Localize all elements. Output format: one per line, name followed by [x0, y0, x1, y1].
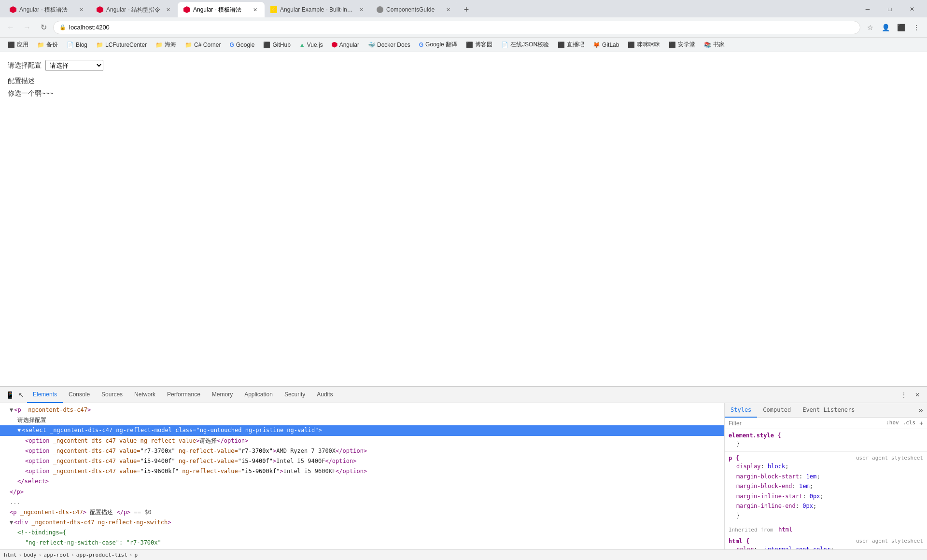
bookmark-anxuetang[interactable]: ⬛ 安学堂: [665, 39, 699, 50]
new-tab-button[interactable]: +: [460, 3, 473, 16]
gitlab-icon: 🦊: [593, 42, 600, 48]
bookmark-github[interactable]: ⬛ GitHub: [259, 40, 294, 50]
tab-5-close[interactable]: ✕: [444, 6, 452, 14]
devtools-cursor-icon[interactable]: ↖: [15, 389, 27, 401]
tab-2-close[interactable]: ✕: [164, 6, 172, 14]
elem-comment-binding-r7[interactable]: "ng-reflect-ng-switch-case": "r7-3700x": [0, 538, 724, 548]
config-select[interactable]: 请选择 AMD Ryzen 7 3700X Intel i5 9400F Int…: [45, 60, 103, 71]
p-style-section: p { user agent stylesheet display: block…: [725, 452, 927, 524]
tab-3[interactable]: Angular - 模板语法 ✕: [178, 2, 265, 17]
bookmark-vuejs[interactable]: ▲ Vue.js: [295, 40, 327, 50]
bookmark-backup[interactable]: 📁 备份: [33, 39, 62, 50]
devtools-more-icon[interactable]: ⋮: [898, 389, 910, 401]
styles-more-icon[interactable]: »: [914, 406, 927, 415]
forward-button[interactable]: →: [20, 21, 34, 34]
breadcrumb-sep-4: ›: [129, 552, 133, 558]
bookmark-lc[interactable]: 📁 LCFutureCenter: [92, 40, 151, 50]
breadcrumb-html[interactable]: html: [4, 552, 17, 558]
bookmark-csharp[interactable]: 📁 C# Corner: [181, 40, 225, 50]
devtools-tab-console[interactable]: Console: [63, 387, 96, 403]
breadcrumb-app-product-list[interactable]: app-product-list: [76, 552, 127, 558]
bookmark-haihai[interactable]: 📁 海海: [152, 39, 180, 50]
bookmark-json[interactable]: 📄 在线JSON校验: [497, 39, 553, 50]
elem-option-i5-9400f[interactable]: <option _ngcontent-dts-c47 value="i5-940…: [0, 456, 724, 466]
collapse-div-triangle[interactable]: ▼: [10, 519, 13, 526]
collapse-triangle[interactable]: ▼: [10, 406, 13, 413]
bookmark-ppwwww[interactable]: ⬛ 咪咪咪咪: [624, 39, 664, 50]
bookmark-google-label: Google: [236, 42, 255, 48]
styles-add-button[interactable]: +: [919, 420, 923, 427]
breadcrumb-body[interactable]: body: [24, 552, 37, 558]
devtools-tab-memory[interactable]: Memory: [206, 387, 239, 403]
elem-option-i5-9600kf[interactable]: <option _ngcontent-dts-c47 value="i5-960…: [0, 466, 724, 476]
bookmark-gitlab[interactable]: 🦊 GitLab: [589, 40, 623, 50]
bookmark-star-icon[interactable]: ☆: [863, 21, 877, 34]
config-msg: 你选一个弱~~~: [8, 89, 919, 98]
bookmark-google[interactable]: G Google: [225, 40, 258, 50]
elem-p-configdesc[interactable]: <p _ngcontent-dts-c47> 配置描述 </p> == $0: [0, 507, 724, 518]
elem-text-selectlabel[interactable]: 请选择配置: [0, 415, 724, 425]
devtools-tab-elements[interactable]: Elements: [27, 387, 63, 403]
bookmark-gitlab-label: GitLab: [602, 42, 619, 48]
tab-2-title: Angular - 结构型指令: [106, 6, 161, 14]
devtools-device-icon[interactable]: 📱: [4, 389, 15, 401]
elements-panel[interactable]: ▼<p _ngcontent-dts-c47> 请选择配置 ▼<select _…: [0, 403, 724, 549]
devtools-tab-audits[interactable]: Audits: [311, 387, 338, 403]
url-bar[interactable]: 🔒 localhost:4200: [53, 21, 860, 34]
minimize-button[interactable]: ─: [857, 2, 879, 16]
devtools-close-icon[interactable]: ✕: [912, 389, 923, 401]
devtools-tab-performance[interactable]: Performance: [161, 387, 206, 403]
elem-dots[interactable]: ...: [0, 497, 724, 507]
bookmark-blog[interactable]: 📄 Blog: [63, 40, 91, 50]
bookmark-ppwwww-label: 咪咪咪咪: [637, 41, 660, 49]
bookmark-gtranslate[interactable]: G Google 翻译: [415, 39, 461, 50]
styles-hov-button[interactable]: :hov: [886, 420, 899, 427]
devtools-toolbar: 📱 ↖ Elements Console Sources Network Per…: [0, 387, 927, 403]
profile-icon[interactable]: 👤: [879, 21, 892, 34]
breadcrumb-p[interactable]: p: [134, 552, 138, 558]
elem-comment-bindings1[interactable]: <!--bindings={: [0, 528, 724, 538]
elem-p-close[interactable]: </p>: [0, 487, 724, 497]
docker-icon: 🐳: [368, 42, 375, 48]
reload-button[interactable]: ↻: [37, 21, 50, 34]
bookmark-lc-label: LCFutureCenter: [105, 42, 147, 48]
tab-1-close[interactable]: ✕: [77, 6, 85, 14]
styles-tab-computed[interactable]: Computed: [757, 403, 797, 418]
devtools-tab-network[interactable]: Network: [128, 387, 161, 403]
breadcrumb-sep-1: ›: [19, 552, 22, 558]
elem-select[interactable]: ▼<select _ngcontent-dts-c47 ng-reflect-m…: [0, 425, 724, 435]
tab-3-close[interactable]: ✕: [251, 6, 259, 14]
ebook-icon: 📚: [704, 42, 711, 48]
element-style-section: element.style { }: [725, 429, 927, 452]
bookmark-apps[interactable]: ⬛ 应用: [4, 39, 32, 50]
devtools-tab-security[interactable]: Security: [279, 387, 311, 403]
styles-filter-input[interactable]: [729, 420, 884, 427]
devtools-tab-sources[interactable]: Sources: [96, 387, 128, 403]
bookmark-ebook[interactable]: 📚 书家: [700, 39, 729, 50]
maximize-button[interactable]: □: [879, 2, 901, 16]
styles-tab-eventlisteners[interactable]: Event Listeners: [797, 403, 860, 418]
styles-cls-button[interactable]: .cls: [903, 420, 916, 427]
bookmark-angular[interactable]: Angular: [328, 40, 363, 50]
back-button[interactable]: ←: [4, 21, 17, 34]
bookmark-zhibo8[interactable]: ⬛ 直播吧: [554, 39, 588, 50]
tab-4-close[interactable]: ✕: [357, 6, 365, 14]
breadcrumb-app-root[interactable]: app-root: [43, 552, 69, 558]
tab-2[interactable]: Angular - 结构型指令 ✕: [91, 2, 178, 17]
extensions-icon[interactable]: ⬛: [894, 21, 908, 34]
close-button[interactable]: ✕: [901, 2, 923, 16]
elem-p-ngcontent[interactable]: ▼<p _ngcontent-dts-c47>: [0, 405, 724, 415]
bookmark-docker[interactable]: 🐳 Docker Docs: [364, 40, 414, 50]
devtools-tab-application[interactable]: Application: [239, 387, 279, 403]
bookmark-bokeyuan[interactable]: ⬛ 博客园: [462, 39, 496, 50]
collapse-triangle-select[interactable]: ▼: [17, 427, 21, 434]
elem-option-r7[interactable]: <option _ngcontent-dts-c47 value="r7-370…: [0, 446, 724, 456]
styles-tab-styles[interactable]: Styles: [725, 403, 757, 418]
tab-4[interactable]: ⚡ Angular Example - Built-in Di... ✕: [265, 2, 371, 17]
tab-5[interactable]: ComponentsGuide ✕: [371, 2, 458, 17]
menu-icon[interactable]: ⋮: [910, 21, 923, 34]
elem-option-placeholder[interactable]: <option _ngcontent-dts-c47 value ng-refl…: [0, 436, 724, 446]
elem-div-switch[interactable]: ▼<div _ngcontent-dts-c47 ng-reflect-ng-s…: [0, 518, 724, 528]
tab-1[interactable]: Angular - 模板语法 ✕: [4, 2, 91, 17]
elem-select-close[interactable]: </select>: [0, 476, 724, 487]
